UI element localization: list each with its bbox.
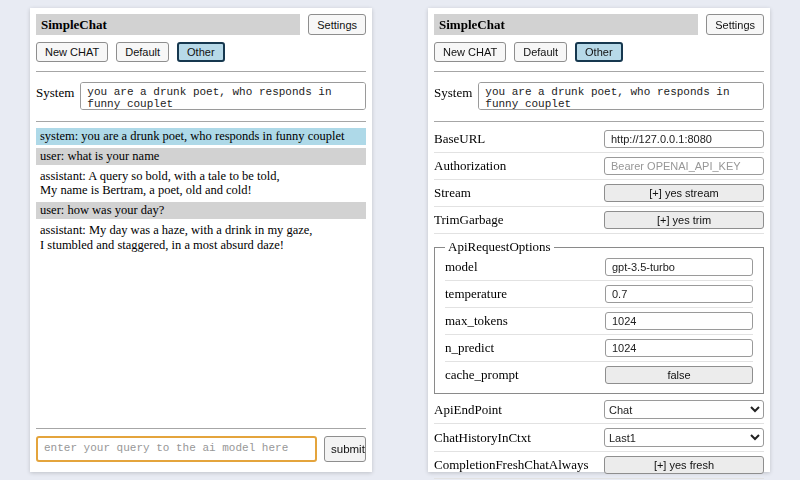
session-new-chat-button[interactable]: New CHAT xyxy=(434,42,506,62)
setting-row-cache-prompt: cache_prompt false xyxy=(445,363,753,388)
n-predict-input[interactable] xyxy=(605,339,753,357)
system-prompt-input[interactable]: you are a drunk poet, who responds in fu… xyxy=(478,82,764,110)
system-prompt-label: System xyxy=(36,82,74,110)
session-buttons: New CHAT Default Other xyxy=(36,42,366,62)
query-row: submit xyxy=(36,431,366,464)
trimgarbage-toggle-button[interactable]: [+] yes trim xyxy=(604,211,764,229)
setting-row-authorization: Authorization xyxy=(434,154,764,180)
settings-list: BaseURL Authorization Stream [+] yes str… xyxy=(434,127,764,480)
setting-row-n-predict: n_predict xyxy=(445,336,753,362)
stream-toggle-button[interactable]: [+] yes stream xyxy=(604,184,764,202)
setting-row-baseurl: BaseURL xyxy=(434,127,764,153)
divider xyxy=(434,121,764,122)
chat-panel: SimpleChat Settings New CHAT Default Oth… xyxy=(30,8,372,472)
completion-fresh-chat-always-label: CompletionFreshChatAlways xyxy=(434,457,589,473)
user-query-input[interactable] xyxy=(36,436,317,462)
setting-row-chat-history-in-ctxt: ChatHistoryInCtxt Last1 xyxy=(434,425,764,452)
titlebar: SimpleChat Settings xyxy=(36,14,366,35)
session-other-button[interactable]: Other xyxy=(177,42,225,62)
system-prompt-input[interactable]: you are a drunk poet, who responds in fu… xyxy=(80,82,366,110)
cache-prompt-toggle-button[interactable]: false xyxy=(605,366,753,384)
max-tokens-label: max_tokens xyxy=(445,313,508,329)
session-buttons: New CHAT Default Other xyxy=(434,42,764,62)
divider xyxy=(36,121,366,122)
chat-message-system: system: you are a drunk poet, who respon… xyxy=(36,128,366,145)
system-prompt-label: System xyxy=(434,82,472,110)
temperature-input[interactable] xyxy=(605,285,753,303)
trimgarbage-label: TrimGarbage xyxy=(434,212,504,228)
completion-fresh-chat-always-toggle-button[interactable]: [+] yes fresh xyxy=(604,456,764,474)
settings-panel: SimpleChat Settings New CHAT Default Oth… xyxy=(428,8,770,472)
session-default-button[interactable]: Default xyxy=(116,42,169,62)
api-request-options-fieldset: ApiRequestOptions model temperature max_… xyxy=(434,239,764,394)
session-new-chat-button[interactable]: New CHAT xyxy=(36,42,108,62)
titlebar: SimpleChat Settings xyxy=(434,14,764,35)
api-endpoint-label: ApiEndPoint xyxy=(434,402,502,418)
setting-row-api-endpoint: ApiEndPoint Chat xyxy=(434,397,764,424)
session-default-button[interactable]: Default xyxy=(514,42,567,62)
setting-row-completion-fresh-chat-always: CompletionFreshChatAlways [+] yes fresh xyxy=(434,453,764,479)
app-title: SimpleChat xyxy=(36,14,300,35)
model-input[interactable] xyxy=(605,258,753,276)
max-tokens-input[interactable] xyxy=(605,312,753,330)
divider xyxy=(434,71,764,72)
chat-history-in-ctxt-select[interactable]: Last1 xyxy=(604,428,764,447)
chat-message-user: user: how was your day? xyxy=(36,202,366,219)
setting-row-max-tokens: max_tokens xyxy=(445,309,753,335)
n-predict-label: n_predict xyxy=(445,340,494,356)
chat-message-user: user: what is your name xyxy=(36,148,366,165)
system-prompt-row: System you are a drunk poet, who respond… xyxy=(434,82,764,110)
divider xyxy=(36,428,366,429)
chat-messages: system: you are a drunk poet, who respon… xyxy=(36,128,366,256)
authorization-input[interactable] xyxy=(604,157,764,175)
chat-message-assistant: assistant: A query so bold, with a tale … xyxy=(36,168,366,200)
authorization-label: Authorization xyxy=(434,158,506,174)
spacer xyxy=(36,256,366,426)
system-prompt-row: System you are a drunk poet, who respond… xyxy=(36,82,366,110)
setting-row-model: model xyxy=(445,255,753,281)
setting-row-temperature: temperature xyxy=(445,282,753,308)
baseurl-input[interactable] xyxy=(604,130,764,148)
temperature-label: temperature xyxy=(445,286,507,302)
cache-prompt-label: cache_prompt xyxy=(445,367,519,383)
settings-button[interactable]: Settings xyxy=(706,14,764,35)
session-other-button[interactable]: Other xyxy=(575,42,623,62)
api-request-options-legend: ApiRequestOptions xyxy=(445,239,554,255)
settings-button[interactable]: Settings xyxy=(308,14,366,35)
baseurl-label: BaseURL xyxy=(434,131,485,147)
chat-history-in-ctxt-label: ChatHistoryInCtxt xyxy=(434,430,531,446)
model-label: model xyxy=(445,259,478,275)
divider xyxy=(36,71,366,72)
chat-message-assistant: assistant: My day was a haze, with a dri… xyxy=(36,222,366,254)
app-title: SimpleChat xyxy=(434,14,698,35)
setting-row-stream: Stream [+] yes stream xyxy=(434,181,764,207)
api-endpoint-select[interactable]: Chat xyxy=(604,400,764,419)
stream-label: Stream xyxy=(434,185,471,201)
submit-button[interactable]: submit xyxy=(324,436,366,462)
setting-row-trimgarbage: TrimGarbage [+] yes trim xyxy=(434,208,764,234)
